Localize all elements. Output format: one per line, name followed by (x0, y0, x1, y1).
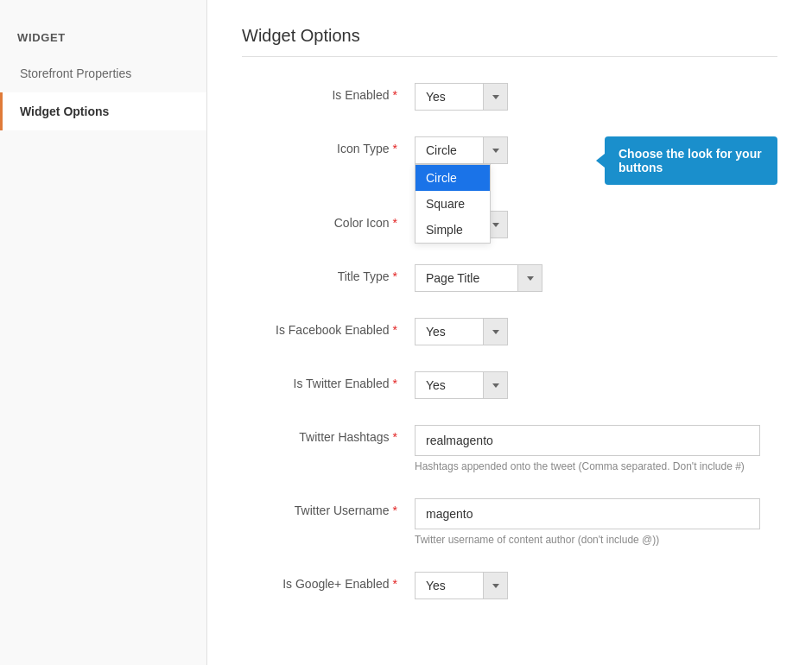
is-twitter-enabled-label: Is Twitter Enabled* (242, 371, 415, 390)
is-google-plus-enabled-label: Is Google+ Enabled* (242, 572, 415, 591)
is-enabled-select-btn[interactable] (484, 83, 508, 111)
required-marker: * (393, 323, 397, 337)
is-google-plus-enabled-select[interactable]: Yes No (415, 572, 484, 599)
icon-type-label: Icon Type* (242, 136, 415, 155)
dropdown-item-square[interactable]: Square (416, 191, 490, 217)
chevron-down-icon (492, 584, 499, 588)
sidebar: WIDGET Storefront Properties Widget Opti… (0, 0, 207, 665)
color-icon-row: Color Icon* Yes No (242, 211, 777, 238)
required-marker: * (393, 504, 397, 517)
dropdown-item-circle[interactable]: Circle (416, 165, 490, 191)
title-type-select-btn[interactable] (518, 264, 542, 292)
sidebar-item-label: Storefront Properties (20, 66, 131, 80)
is-twitter-enabled-select-wrapper: Yes No (415, 371, 777, 399)
twitter-username-row: Twitter Username* Twitter username of co… (242, 498, 777, 546)
dropdown-item-simple[interactable]: Simple (416, 217, 490, 243)
required-marker: * (393, 269, 397, 283)
title-type-label: Title Type* (242, 264, 415, 283)
twitter-username-label: Twitter Username* (242, 498, 415, 517)
is-enabled-label: Is Enabled* (242, 83, 415, 102)
sidebar-item-widget-options[interactable]: Widget Options (0, 92, 206, 130)
is-twitter-enabled-control: Yes No (415, 371, 777, 399)
icon-type-dropdown: Circle Square Simple (415, 164, 491, 244)
title-type-row: Title Type* Page Title Custom Title None (242, 264, 777, 292)
is-enabled-control: Yes No (415, 83, 777, 111)
chevron-down-icon (492, 149, 499, 153)
page-wrapper: WIDGET Storefront Properties Widget Opti… (0, 0, 812, 665)
sidebar-item-label: Widget Options (20, 104, 109, 118)
is-twitter-enabled-row: Is Twitter Enabled* Yes No (242, 371, 777, 399)
required-marker: * (393, 216, 397, 230)
twitter-username-input[interactable] (415, 498, 760, 529)
section-divider (242, 56, 777, 57)
icon-type-row: Icon Type* Circle Circle Square Simple (242, 136, 777, 185)
is-enabled-row: Is Enabled* Yes No (242, 83, 777, 111)
is-google-plus-enabled-control: Yes No (415, 572, 777, 599)
is-facebook-enabled-label: Is Facebook Enabled* (242, 318, 415, 337)
is-facebook-enabled-control: Yes No (415, 318, 777, 345)
title-type-select[interactable]: Page Title Custom Title None (415, 264, 518, 292)
icon-type-select-wrapper: Circle Circle Square Simple (415, 136, 587, 164)
page-title: Widget Options (242, 26, 777, 46)
twitter-hashtags-control: Hashtags appended onto the tweet (Comma … (415, 425, 777, 472)
twitter-hashtags-row: Twitter Hashtags* Hashtags appended onto… (242, 425, 777, 472)
is-enabled-select[interactable]: Yes No (415, 83, 484, 111)
is-facebook-enabled-row: Is Facebook Enabled* Yes No (242, 318, 777, 345)
twitter-username-hint: Twitter username of content author (don'… (415, 534, 777, 546)
is-facebook-enabled-select[interactable]: Yes No (415, 318, 484, 345)
is-enabled-select-wrapper: Yes No (415, 83, 777, 111)
twitter-hashtags-hint: Hashtags appended onto the tweet (Comma … (415, 460, 777, 472)
title-type-select-wrapper: Page Title Custom Title None (415, 264, 777, 292)
is-google-plus-enabled-select-btn[interactable] (484, 572, 508, 599)
twitter-hashtags-label: Twitter Hashtags* (242, 425, 415, 444)
icon-type-select-btn[interactable] (484, 136, 508, 164)
chevron-down-icon (492, 330, 499, 334)
is-facebook-enabled-select-wrapper: Yes No (415, 318, 777, 345)
main-content: Widget Options Is Enabled* Yes No (207, 0, 812, 665)
icon-type-control: Circle Circle Square Simple (415, 136, 587, 164)
is-twitter-enabled-select[interactable]: Yes No (415, 371, 484, 399)
color-icon-label: Color Icon* (242, 211, 415, 230)
required-marker: * (393, 88, 397, 102)
icon-type-display[interactable]: Circle (415, 136, 484, 164)
chevron-down-icon (492, 383, 499, 388)
twitter-username-control: Twitter username of content author (don'… (415, 498, 777, 546)
required-marker: * (393, 430, 397, 444)
sidebar-section-title: WIDGET (0, 17, 206, 54)
is-google-plus-enabled-row: Is Google+ Enabled* Yes No (242, 572, 777, 599)
icon-type-tooltip: Choose the look for your buttons (605, 136, 777, 185)
is-facebook-enabled-select-btn[interactable] (484, 318, 508, 345)
required-marker: * (393, 142, 397, 155)
required-marker: * (393, 577, 397, 591)
is-twitter-enabled-select-btn[interactable] (484, 371, 508, 399)
is-google-plus-enabled-select-wrapper: Yes No (415, 572, 777, 599)
sidebar-item-storefront-properties[interactable]: Storefront Properties (0, 54, 206, 92)
required-marker: * (393, 377, 397, 390)
chevron-down-icon (492, 95, 499, 99)
chevron-down-icon (492, 223, 499, 227)
twitter-hashtags-input[interactable] (415, 425, 760, 456)
chevron-down-icon (527, 276, 534, 281)
title-type-control: Page Title Custom Title None (415, 264, 777, 292)
